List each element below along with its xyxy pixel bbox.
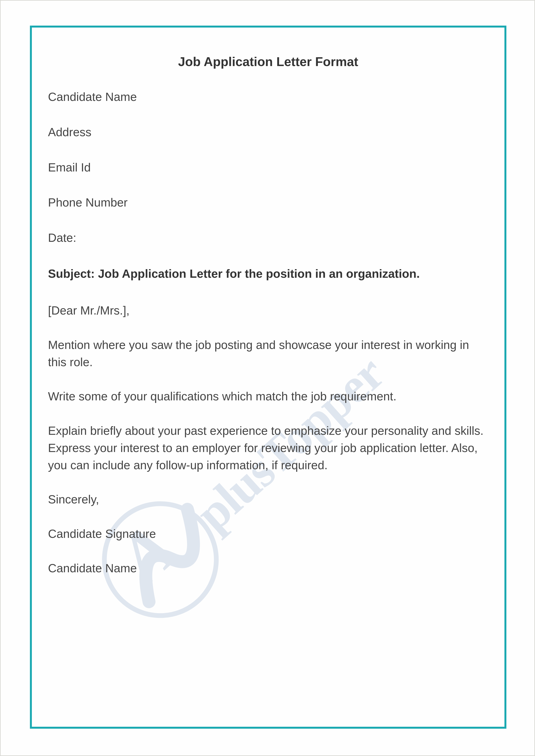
closing: Sincerely,: [48, 491, 488, 508]
field-email-id: Email Id: [48, 160, 488, 175]
salutation: [Dear Mr./Mrs.],: [48, 302, 488, 319]
field-address: Address: [48, 125, 488, 140]
field-phone-number: Phone Number: [48, 195, 488, 210]
name-line: Candidate Name: [48, 560, 488, 577]
body-paragraph-3: Explain briefly about your past experien…: [48, 422, 488, 474]
body-paragraph-2: Write some of your qualifications which …: [48, 388, 488, 405]
signature-line: Candidate Signature: [48, 526, 488, 543]
subject-line: Subject: Job Application Letter for the …: [48, 266, 488, 282]
document-title: Job Application Letter Format: [48, 54, 488, 69]
field-candidate-name: Candidate Name: [48, 90, 488, 104]
field-date: Date:: [48, 230, 488, 245]
body-paragraph-1: Mention where you saw the job posting an…: [48, 337, 488, 371]
page-frame: A plusTopper Job Application Letter Form…: [0, 0, 535, 756]
document-content: Job Application Letter Format Candidate …: [48, 54, 488, 594]
